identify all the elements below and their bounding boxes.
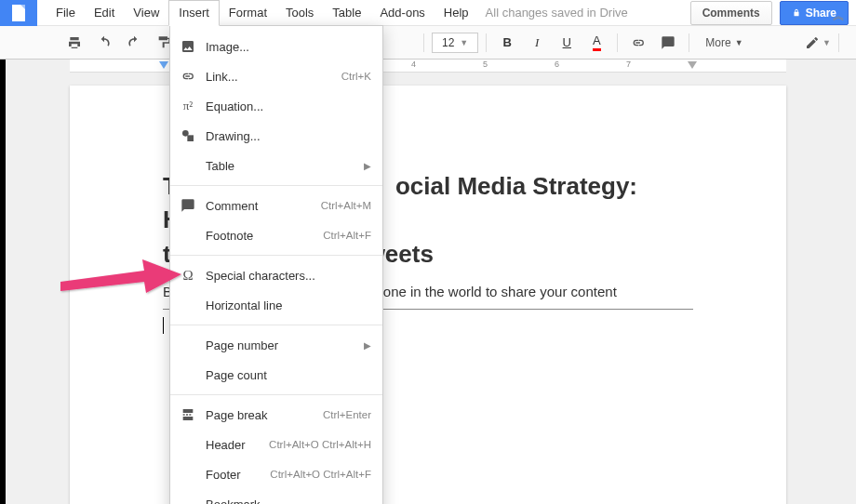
- menu-table[interactable]: Table: [323, 0, 370, 26]
- menu-item-label: Link...: [206, 70, 332, 84]
- menu-item-label: Header: [206, 438, 260, 452]
- dropdown-chevron-icon: ▼: [735, 38, 743, 47]
- blank-icon: [180, 466, 196, 483]
- comment-icon: [180, 197, 196, 214]
- menu-item-page-count[interactable]: Page count: [170, 360, 382, 390]
- menu-shortcut: Ctrl+Alt+O Ctrl+Alt+F: [270, 469, 371, 480]
- print-icon: [67, 35, 82, 50]
- menu-item-label: Footnote: [206, 229, 314, 243]
- italic-button[interactable]: I: [524, 30, 550, 56]
- blank-icon: [180, 366, 196, 383]
- menu-separator: [170, 325, 382, 325]
- menu-item-horizontal-line[interactable]: Horizontal line: [170, 290, 382, 320]
- menu-item-bookmark[interactable]: Bookmark: [170, 489, 382, 504]
- menu-item-header[interactable]: HeaderCtrl+Alt+O Ctrl+Alt+H: [170, 430, 382, 459]
- pencil-icon: [805, 35, 820, 50]
- ruler-tick: 5: [449, 60, 521, 72]
- underline-button[interactable]: U: [554, 30, 580, 56]
- menu-item-footnote[interactable]: FootnoteCtrl+Alt+F: [170, 220, 382, 250]
- collapse-toolbar-button[interactable]: ︽: [833, 7, 845, 24]
- menu-view[interactable]: View: [124, 0, 168, 26]
- menu-item-image[interactable]: Image...: [170, 32, 382, 61]
- menu-item-label: Page number: [206, 338, 354, 352]
- menu-bar: FileEditViewInsertFormatToolsTableAdd-on…: [47, 0, 690, 26]
- menu-separator: [170, 185, 382, 186]
- drawing-icon: [180, 127, 196, 144]
- menu-item-label: Horizontal line: [206, 298, 371, 312]
- link-icon: [180, 68, 196, 85]
- menu-item-page-number[interactable]: Page number▶: [170, 330, 382, 360]
- text-color-button[interactable]: A: [583, 30, 609, 56]
- comments-button[interactable]: Comments: [690, 1, 772, 25]
- menu-file[interactable]: File: [47, 0, 85, 26]
- menu-tools[interactable]: Tools: [276, 0, 323, 26]
- dropdown-chevron-icon: ▼: [460, 38, 468, 47]
- menu-separator: [170, 255, 382, 256]
- menu-item-label: Drawing...: [206, 129, 371, 143]
- undo-icon: [97, 35, 112, 50]
- menu-item-comment[interactable]: CommentCtrl+Alt+M: [170, 191, 382, 220]
- menu-item-special-characters[interactable]: ΩSpecial characters...: [170, 260, 382, 290]
- menu-item-label: Page break: [206, 408, 314, 422]
- right-indent-marker-icon[interactable]: [688, 61, 697, 69]
- menu-item-label: Comment: [206, 199, 312, 213]
- menu-item-table[interactable]: Table▶: [170, 151, 382, 180]
- menu-item-label: Special characters...: [206, 269, 371, 283]
- blank-icon: [180, 227, 196, 244]
- menu-item-equation[interactable]: π²Equation...: [170, 91, 382, 121]
- annotation-arrow-icon: [56, 254, 186, 300]
- link-icon: [631, 35, 646, 50]
- menu-bar-row: FileEditViewInsertFormatToolsTableAdd-on…: [0, 0, 856, 26]
- menu-shortcut: Ctrl+Alt+F: [323, 230, 371, 241]
- pagebreak-icon: [180, 406, 196, 423]
- svg-rect-1: [187, 135, 194, 141]
- editing-mode-button[interactable]: ▼: [805, 30, 831, 56]
- bold-button[interactable]: B: [494, 30, 520, 56]
- left-indent-marker-icon[interactable]: [159, 61, 168, 69]
- submenu-arrow-icon: ▶: [364, 340, 371, 351]
- menu-edit[interactable]: Edit: [85, 0, 124, 26]
- menu-item-label: Footer: [206, 468, 261, 482]
- toolbar: 12▼ B I U A More▼ ▼ ︽: [0, 26, 856, 60]
- lock-icon: [792, 8, 801, 18]
- menu-item-label: Image...: [206, 40, 371, 54]
- font-size-selector[interactable]: 12▼: [432, 33, 478, 53]
- left-edge: [0, 60, 6, 504]
- ruler-tick: 4: [378, 60, 449, 72]
- menu-item-label: Bookmark: [206, 497, 371, 505]
- menu-insert[interactable]: Insert: [168, 0, 220, 26]
- undo-button[interactable]: [91, 30, 117, 56]
- insert-menu-dropdown: Image...Link...Ctrl+Kπ²Equation...Drawin…: [169, 25, 383, 504]
- menu-item-link[interactable]: Link...Ctrl+K: [170, 61, 382, 91]
- text-cursor: [163, 317, 164, 334]
- equation-icon: π²: [180, 98, 196, 114]
- save-status: All changes saved in Drive: [486, 6, 628, 20]
- menu-separator: [170, 394, 382, 395]
- menu-help[interactable]: Help: [435, 0, 478, 26]
- blank-icon: [180, 496, 196, 504]
- redo-icon: [127, 35, 141, 50]
- menu-item-label: Table: [206, 159, 354, 173]
- menu-add-ons[interactable]: Add-ons: [370, 0, 434, 26]
- docs-logo[interactable]: [0, 0, 37, 26]
- menu-item-footer[interactable]: FooterCtrl+Alt+O Ctrl+Alt+F: [170, 459, 382, 489]
- blank-icon: [180, 436, 196, 453]
- menu-shortcut: Ctrl+K: [341, 71, 371, 82]
- menu-shortcut: Ctrl+Enter: [323, 409, 371, 420]
- menu-item-page-break[interactable]: Page breakCtrl+Enter: [170, 400, 382, 430]
- print-button[interactable]: [61, 30, 87, 56]
- blank-icon: [180, 337, 196, 353]
- menu-item-label: Equation...: [206, 99, 371, 113]
- share-label: Share: [806, 7, 836, 20]
- submenu-arrow-icon: ▶: [364, 161, 371, 171]
- menu-item-drawing[interactable]: Drawing...: [170, 121, 382, 151]
- menu-shortcut: Ctrl+Alt+M: [321, 200, 371, 211]
- more-button[interactable]: More▼: [697, 32, 751, 54]
- insert-comment-button[interactable]: [655, 30, 681, 56]
- insert-link-button[interactable]: [625, 30, 651, 56]
- redo-button[interactable]: [121, 30, 147, 56]
- comment-icon: [661, 35, 675, 50]
- menu-shortcut: Ctrl+Alt+O Ctrl+Alt+H: [269, 439, 371, 450]
- blank-icon: [180, 157, 196, 174]
- menu-format[interactable]: Format: [220, 0, 276, 26]
